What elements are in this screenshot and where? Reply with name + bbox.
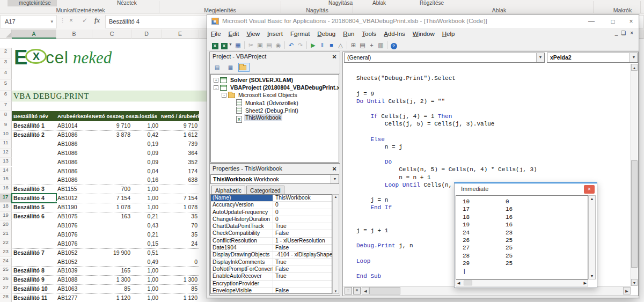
tree-item-label[interactable]: Solver (SOLVER.XLAM) [229, 77, 294, 83]
selected-cell-outline[interactable] [11, 193, 57, 203]
fill-handle[interactable] [55, 201, 57, 204]
immediate-close-icon[interactable]: × [584, 185, 595, 194]
run-icon[interactable]: ▶ [309, 41, 318, 49]
tree-expander-icon[interactable]: - [214, 85, 218, 90]
save-icon[interactable]: ▦ [233, 41, 243, 49]
column-header-C[interactable]: C [92, 30, 132, 39]
cell-per-row27[interactable]: 85 [155, 284, 197, 293]
cell-dist-row16[interactable]: 1,00 [129, 185, 158, 194]
property-row[interactable]: ConflictResolution1 - xlUserResolution [211, 238, 332, 245]
object-browser-icon[interactable]: ▥ [376, 41, 385, 49]
copy-icon[interactable]: ▣ [255, 41, 265, 49]
menu-run[interactable]: Run [339, 28, 358, 40]
property-name[interactable]: DoNotPromptForConvert [211, 266, 273, 272]
property-name[interactable]: EnableAutoRecover [211, 273, 273, 279]
scroll-right-icon[interactable]: ▶ [623, 287, 631, 294]
cell-name-row28[interactable]: Beszállító 11 [13, 293, 55, 302]
cell-dist-row14[interactable]: 0,04 [129, 167, 158, 176]
cell-per-row21[interactable]: 35 [155, 230, 197, 239]
view-excel-dropdown-icon[interactable]: X [219, 41, 229, 49]
property-value[interactable]: -4104 - xlDisplayShapes [273, 252, 332, 259]
immediate-horizontal-scrollbar[interactable]: ◀ ▶ [456, 279, 588, 286]
insert-function-icon[interactable]: fx [94, 17, 100, 25]
scroll-up-icon[interactable]: ▲ [333, 195, 339, 198]
scroll-left-icon[interactable]: ◀ [457, 281, 460, 285]
cell-dist-row25[interactable]: 1,00 [129, 266, 158, 275]
tree-expander-icon[interactable]: - [222, 93, 226, 98]
cell-code-row24[interactable]: AB1052 [57, 257, 91, 267]
scroll-down-icon[interactable]: ▼ [333, 290, 339, 293]
cell-dist-row15[interactable]: 0,16 [129, 175, 158, 185]
cell-net-row16[interactable]: 700 [80, 185, 130, 194]
property-name[interactable]: ConflictResolution [211, 238, 273, 244]
design-mode-icon[interactable]: △ [336, 41, 345, 49]
property-value[interactable]: 1 - xlUserResolution [273, 238, 325, 245]
cell-dist-row22[interactable]: 0,15 [129, 239, 158, 248]
procedure-view-icon[interactable]: = [345, 287, 352, 294]
cell-per-row10[interactable]: 1 612 [155, 130, 197, 139]
property-row[interactable]: CheckCompatibilityFalse [211, 230, 332, 237]
cell-dist-row20[interactable]: 0,43 [129, 221, 158, 230]
property-row[interactable]: DisplayDrawingObjects-4104 - xlDisplaySh… [211, 252, 332, 259]
cell-per-row22[interactable]: 24 [155, 239, 197, 248]
property-row[interactable]: EnableAutoRecoverTrue [211, 273, 332, 280]
property-value[interactable]: True [273, 223, 287, 230]
cell-per-row24[interactable]: 0 [155, 257, 197, 267]
cell-net-row26[interactable]: 1 300 [80, 275, 130, 284]
cell-per-row19[interactable]: 35 [155, 212, 197, 221]
full-module-view-icon[interactable]: ≡ [353, 287, 361, 294]
property-value[interactable]: False [273, 245, 289, 252]
cell-name-row19[interactable]: Beszállító 6 [13, 212, 55, 221]
property-name[interactable]: Date1904 [211, 245, 273, 251]
menu-file[interactable]: File [207, 28, 225, 40]
mdi-restore-icon[interactable]: ❏ [621, 30, 626, 36]
property-name[interactable]: (Name) [211, 195, 273, 201]
column-header-B[interactable]: B [56, 30, 92, 39]
toolbox-icon[interactable]: + [367, 41, 376, 49]
maximize-button[interactable]: □ [604, 15, 621, 28]
properties-object-dropdown[interactable]: ThisWorkbook Workbook ▼ [210, 174, 339, 184]
tree-item-label[interactable]: Munka1 (Üdvözöllek) [244, 100, 299, 106]
cell-name-row16[interactable]: Beszállító 3 [13, 185, 55, 194]
property-value[interactable]: False [273, 230, 289, 237]
cell-dist-row21[interactable]: 0,21 [129, 230, 158, 239]
property-row[interactable]: DisplayInkCommentsTrue [211, 259, 332, 266]
cell-per-row15[interactable]: 638 [155, 175, 197, 185]
property-name[interactable]: CheckCompatibility [211, 230, 273, 237]
cell-name-row10[interactable]: Beszállító 2 [13, 130, 55, 139]
tree-item-label[interactable]: Microsoft Excel Objects [237, 92, 298, 98]
immediate-vertical-scrollbar[interactable]: ▲ ▼ [588, 195, 596, 279]
cell-dist-row27[interactable]: 1,00 [129, 284, 158, 293]
cell-dist-row9[interactable]: 1,00 [129, 121, 158, 130]
scroll-down-icon[interactable]: ▼ [589, 274, 595, 278]
project-panel-titlebar[interactable]: Project - VBAProject × [210, 52, 340, 62]
cell-per-row11[interactable]: 739 [155, 139, 197, 149]
cell-per-row20[interactable]: 70 [155, 221, 197, 230]
cell-per-row28[interactable]: 1 120 [155, 293, 197, 302]
cell-per-row14[interactable]: 174 [155, 167, 197, 176]
property-row[interactable]: ChangeHistoryDuration0 [211, 216, 332, 223]
help-icon[interactable]: ? [389, 41, 398, 49]
menu-format[interactable]: Format [287, 28, 313, 40]
property-row[interactable]: Date1904False [211, 245, 332, 252]
object-dropdown[interactable]: (General) ▼ [344, 53, 545, 63]
cell-dist-row18[interactable]: 1,00 [129, 203, 158, 212]
scroll-down-icon[interactable]: ▼ [631, 279, 638, 286]
cell-code-row12[interactable]: AB1086 [57, 149, 91, 158]
cell-per-row17[interactable]: 7 154 [155, 194, 197, 203]
dropdown-caret-icon[interactable]: ▼ [331, 175, 339, 183]
property-name[interactable]: ChartDataPointTrack [211, 223, 273, 230]
project-tree-item[interactable]: Munka1 (Üdvözöllek) [211, 99, 339, 107]
menu-view[interactable]: View [243, 28, 264, 40]
cell-per-row18[interactable]: 1 078 [155, 203, 197, 212]
immediate-content[interactable]: 10017161816191624232625272528252925| [456, 195, 588, 279]
view-object-icon[interactable]: ▦ [225, 63, 236, 72]
cell-per-row13[interactable]: 352 [155, 158, 197, 167]
formula-bar-splitter[interactable]: ⋮ [60, 17, 66, 24]
property-row[interactable]: DoNotPromptForConvertFalse [211, 266, 332, 273]
cell-dist-row12[interactable]: 0,09 [129, 149, 158, 158]
scroll-right-icon[interactable]: ▶ [584, 281, 587, 285]
dropdown-caret-icon[interactable]: ▼ [536, 53, 544, 62]
cell-dist-row17[interactable]: 1,00 [129, 194, 158, 203]
toolbar-dropdown-caret-icon[interactable]: ▼ [229, 40, 233, 49]
